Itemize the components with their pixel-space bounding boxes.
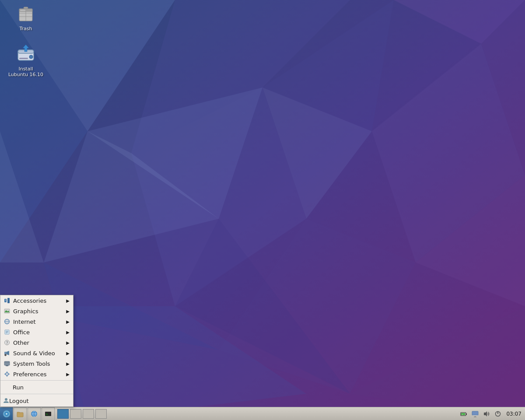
install-icon-label: InstallLubuntu 16.10 [8, 66, 43, 77]
file-manager-icon [17, 410, 24, 417]
sound-video-label: Sound & Video [13, 350, 66, 357]
svg-rect-32 [7, 298, 10, 303]
file-manager-btn[interactable] [14, 407, 27, 420]
internet-icon [3, 318, 11, 326]
system-tools-arrow: ▶ [66, 361, 70, 366]
menu-separator-1 [0, 380, 73, 381]
start-icon [2, 410, 11, 418]
svg-rect-49 [4, 361, 10, 365]
trash-icon[interactable]: Trash [6, 1, 46, 33]
other-arrow: ▶ [66, 340, 70, 345]
accessories-arrow: ▶ [66, 298, 70, 303]
preferences-label: Preferences [13, 371, 66, 378]
trash-icon-label: Trash [19, 26, 32, 32]
svg-rect-50 [6, 365, 8, 366]
svg-rect-46 [4, 352, 7, 354]
battery-tray-icon[interactable]: ⚡ [459, 409, 469, 419]
network-tray-icon[interactable] [470, 409, 480, 419]
svg-rect-24 [24, 7, 28, 9]
start-button[interactable] [0, 407, 13, 420]
menu-item-graphics[interactable]: Graphics ▶ [0, 306, 73, 316]
svg-text:⚡: ⚡ [462, 413, 463, 415]
workspace-1[interactable] [57, 409, 69, 419]
battery-icon: ⚡ [460, 410, 467, 417]
office-icon [3, 328, 11, 336]
install-lubuntu-icon[interactable]: InstallLubuntu 16.10 [6, 42, 46, 79]
svg-marker-47 [7, 351, 9, 355]
preferences-icon [3, 370, 11, 378]
svg-point-57 [5, 398, 7, 401]
sound-video-arrow: ▶ [66, 351, 70, 356]
system-tray: ⚡ 03:07 [459, 409, 525, 419]
accessories-icon [3, 297, 11, 304]
browser-btn[interactable] [28, 407, 41, 420]
graphics-label: Graphics [13, 308, 66, 315]
svg-rect-71 [472, 411, 478, 415]
svg-point-28 [29, 55, 33, 59]
menu-item-logout[interactable]: Logout [0, 395, 73, 406]
menu-item-run[interactable]: Run [0, 382, 73, 393]
svg-text:>_: >_ [46, 413, 50, 416]
application-menu: Accessories ▶ Graphics ▶ Internet ▶ Offi… [0, 295, 74, 407]
run-label: Run [13, 384, 24, 391]
power-icon [494, 410, 501, 417]
svg-text:?: ? [6, 341, 8, 345]
background-svg [0, 0, 525, 420]
desktop: Trash InstallLubuntu 16.10 Accessorie [0, 0, 525, 420]
preferences-arrow: ▶ [66, 372, 70, 377]
svg-marker-75 [484, 411, 487, 416]
terminal-icon: >_ [45, 410, 52, 417]
menu-item-other[interactable]: ? Other ▶ [0, 337, 73, 348]
logout-icon [3, 397, 9, 405]
trash-icon-image [15, 3, 36, 24]
workspace-2[interactable] [70, 409, 81, 419]
sound-video-icon [3, 349, 11, 357]
volume-tray-icon[interactable] [482, 409, 491, 419]
clock[interactable]: 03:07 [504, 411, 523, 417]
menu-separator-2 [0, 394, 73, 394]
svg-rect-25 [20, 10, 25, 11]
taskbar: >_ ⚡ [0, 407, 525, 420]
office-label: Office [13, 329, 66, 336]
graphics-arrow: ▶ [66, 309, 70, 314]
workspace-4[interactable] [95, 409, 107, 419]
install-icon-image [15, 43, 36, 64]
browser-icon [31, 410, 38, 417]
svg-rect-61 [17, 413, 23, 417]
terminal-btn[interactable]: >_ [42, 407, 55, 420]
logout-label: Logout [9, 398, 29, 404]
svg-point-48 [5, 354, 7, 356]
system-tools-label: System Tools [13, 360, 66, 367]
menu-item-sound-video[interactable]: Sound & Video ▶ [0, 348, 73, 358]
menu-item-accessories[interactable]: Accessories ▶ [0, 295, 73, 306]
svg-point-60 [6, 413, 7, 415]
svg-point-52 [6, 373, 8, 375]
other-label: Other [13, 340, 66, 346]
volume-icon [483, 410, 490, 417]
office-arrow: ▶ [66, 330, 70, 335]
network-icon [472, 410, 479, 417]
system-tools-icon [3, 360, 11, 368]
internet-label: Internet [13, 318, 66, 325]
svg-rect-72 [472, 415, 478, 416]
accessories-label: Accessories [13, 298, 66, 304]
workspace-3[interactable] [83, 409, 94, 419]
menu-item-office[interactable]: Office ▶ [0, 327, 73, 337]
graphics-icon [3, 307, 11, 315]
menu-item-preferences[interactable]: Preferences ▶ [0, 369, 73, 379]
svg-rect-29 [19, 58, 28, 59]
power-tray-icon[interactable] [493, 409, 503, 419]
menu-item-internet[interactable]: Internet ▶ [0, 316, 73, 327]
other-icon: ? [3, 339, 11, 346]
svg-rect-68 [466, 413, 467, 415]
internet-arrow: ▶ [66, 319, 70, 324]
menu-item-system-tools[interactable]: System Tools ▶ [0, 358, 73, 369]
